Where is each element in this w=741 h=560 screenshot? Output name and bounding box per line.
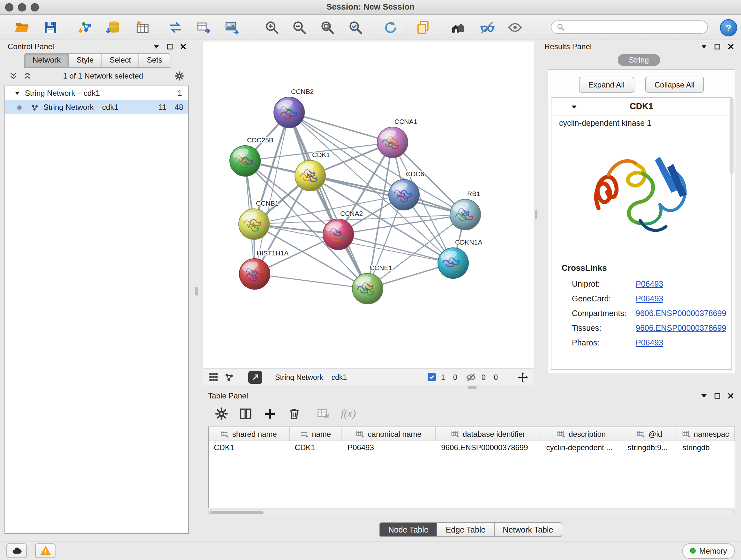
cloud-status-button[interactable]: [6, 543, 27, 558]
zoom-out-icon[interactable]: [291, 19, 308, 36]
home-houses-icon[interactable]: [450, 19, 467, 36]
show-columns-icon[interactable]: [239, 407, 253, 421]
birds-eye-grid-icon[interactable]: [208, 372, 219, 382]
collapse-all-button[interactable]: Collapse All: [645, 77, 704, 92]
memory-button[interactable]: Memory: [682, 543, 735, 558]
control-panel-collapse-icon[interactable]: [152, 43, 160, 51]
network-node-cdc6[interactable]: CDC6: [389, 170, 424, 210]
crosslink-value-link[interactable]: P06493: [636, 279, 663, 288]
results-panel-float-icon[interactable]: [714, 43, 721, 51]
function-builder-icon[interactable]: f(x): [341, 408, 356, 420]
network-node-rb1[interactable]: RB1: [450, 190, 481, 230]
protein-structure-image: [551, 133, 731, 250]
tab-sets[interactable]: Sets: [139, 53, 171, 68]
detach-view-button[interactable]: [248, 371, 262, 383]
refresh-icon[interactable]: [382, 19, 399, 36]
column-header-description[interactable]: description: [541, 427, 622, 441]
tab-string[interactable]: String: [618, 54, 660, 66]
network-node-cdc25b[interactable]: CDC25B: [230, 136, 273, 176]
table-row[interactable]: CDK1CDK1P064939606.ENSP00000378699cyclin…: [209, 441, 735, 455]
network-edge[interactable]: [289, 112, 367, 289]
crosslink-value-link[interactable]: P06493: [636, 338, 663, 347]
control-panel-float-icon[interactable]: [166, 43, 174, 51]
delete-column-trash-icon[interactable]: [287, 407, 301, 421]
create-column-plus-icon[interactable]: [263, 407, 277, 421]
network-edge[interactable]: [289, 112, 393, 142]
help-icon[interactable]: ?: [720, 19, 737, 37]
control-panel-close-icon[interactable]: [179, 43, 187, 51]
column-header--id[interactable]: @id: [623, 427, 677, 441]
column-header-shared-name[interactable]: shared name: [209, 427, 289, 441]
node-label-cdk1: CDK1: [312, 151, 330, 159]
import-network-file-icon[interactable]: [77, 19, 94, 36]
tab-network[interactable]: Network: [24, 53, 69, 68]
crosslink-value-link[interactable]: P06493: [636, 294, 663, 303]
hide-selection-glasses-icon[interactable]: [479, 19, 495, 36]
gene-section-header[interactable]: CDK1: [551, 98, 731, 116]
network-node-hist1h1a[interactable]: HIST1H1A: [239, 249, 288, 289]
results-panel-close-icon[interactable]: [727, 43, 735, 51]
tab-style[interactable]: Style: [69, 53, 102, 68]
crosslink-value-link[interactable]: 9606.ENSP00000378699: [636, 309, 726, 318]
collapse-all-nodes-icon[interactable]: [23, 71, 32, 80]
column-header-canonical-name[interactable]: canonical name: [342, 427, 436, 441]
move-crosshair-icon[interactable]: [517, 371, 529, 383]
string-results-card: Expand All Collapse All CDK1 cyclin-depe…: [548, 69, 735, 374]
open-session-icon[interactable]: [13, 19, 30, 36]
hidden-eye-slash-icon[interactable]: [466, 372, 476, 382]
network-options-gear-icon[interactable]: [174, 71, 185, 81]
network-share-icon[interactable]: [224, 372, 234, 382]
network-node-ccnb2[interactable]: CCNB2: [274, 88, 314, 128]
tab-edge-table[interactable]: Edge Table: [437, 522, 495, 537]
results-scrollbar[interactable]: [730, 98, 734, 174]
tab-select[interactable]: Select: [102, 53, 139, 68]
table-hscrollbar[interactable]: [208, 509, 735, 515]
import-table-icon[interactable]: [134, 19, 151, 36]
table-panel-collapse-icon[interactable]: [700, 392, 708, 400]
tab-node-table[interactable]: Node Table: [380, 522, 437, 537]
network-node-ccnb1[interactable]: CCNB1: [239, 199, 279, 240]
tab-network-table[interactable]: Network Table: [494, 522, 562, 537]
results-panel-collapse-icon[interactable]: [700, 43, 708, 51]
column-header-name[interactable]: name: [289, 427, 342, 441]
cloud-icon: [11, 545, 22, 556]
table-panel-float-icon[interactable]: [714, 392, 721, 400]
search-input[interactable]: [568, 22, 702, 32]
save-session-icon[interactable]: [42, 19, 59, 36]
toolbar-search[interactable]: [551, 20, 708, 34]
copy-document-icon[interactable]: [415, 19, 431, 36]
network-collection-row[interactable]: String Network – cdk1 1: [5, 86, 188, 100]
column-header-database-identifier[interactable]: database identifier: [436, 427, 541, 441]
zoom-selected-icon[interactable]: [347, 19, 364, 36]
expand-all-nodes-icon[interactable]: [9, 71, 18, 80]
table-options-gear-icon[interactable]: [214, 407, 228, 421]
zoom-fit-icon[interactable]: [319, 19, 336, 36]
gene-collapse-icon[interactable]: [570, 104, 578, 111]
network-edge[interactable]: [254, 112, 289, 224]
network-node-cdkn1a[interactable]: CDKN1A: [438, 239, 482, 278]
network-edge[interactable]: [255, 274, 367, 289]
expand-all-button[interactable]: Expand All: [579, 77, 634, 92]
show-all-eye-icon[interactable]: [507, 19, 523, 36]
delete-table-icon[interactable]: [317, 407, 331, 421]
bottom-splitter-handle[interactable]: [468, 386, 477, 389]
table-panel-close-icon[interactable]: [727, 392, 735, 400]
column-header-namespac[interactable]: namespac: [677, 427, 735, 441]
network-from-table-icon[interactable]: [195, 19, 212, 36]
zoom-in-icon[interactable]: [264, 19, 280, 36]
sort-table-icon: [451, 430, 460, 438]
import-network-database-icon[interactable]: [105, 19, 121, 36]
selected-checkbox-icon[interactable]: [428, 373, 436, 381]
clone-network-icon[interactable]: [167, 19, 184, 36]
tree-expand-icon[interactable]: [14, 90, 20, 97]
network-node-ccna1[interactable]: CCNA1: [377, 118, 417, 158]
network-view-canvas[interactable]: CCNB2CCNA1CDC25BCDK1CDC6RB1CCNB1CCNA2CDK…: [203, 42, 534, 368]
crosslink-value-link[interactable]: 9606.ENSP00000378699: [636, 323, 726, 332]
warnings-button[interactable]: [35, 543, 56, 558]
export-image-icon[interactable]: [223, 19, 240, 36]
network-node-count: 11: [150, 103, 166, 112]
node-label-cdc6: CDC6: [406, 170, 424, 178]
left-splitter-handle[interactable]: [195, 287, 198, 296]
network-row-selected[interactable]: String Network – cdk1 11 48: [5, 100, 188, 114]
right-splitter-handle[interactable]: [535, 210, 537, 219]
